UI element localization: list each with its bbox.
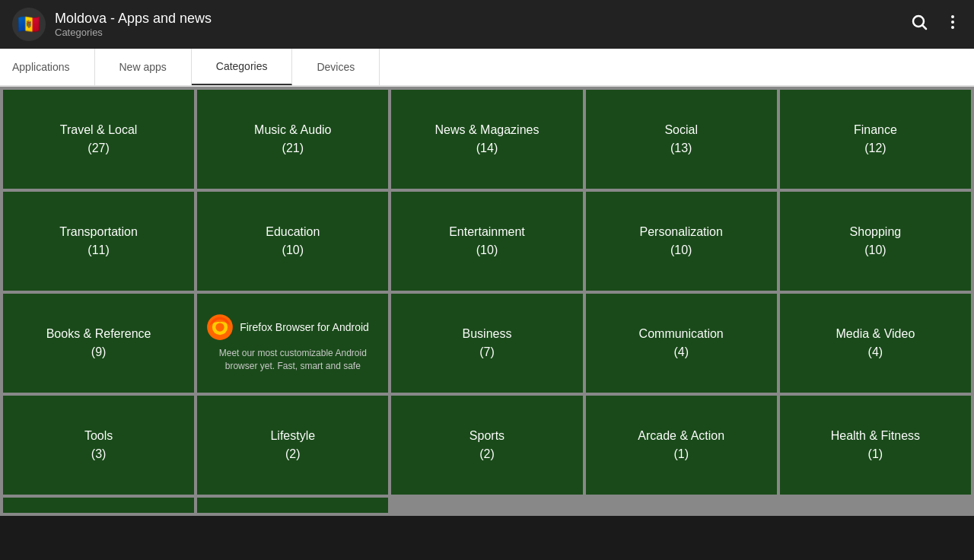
category-health-fitness[interactable]: Health & Fitness (1) [780,396,971,495]
tab-applications[interactable]: Applications [0,49,95,85]
partial-bottom-row [0,498,974,516]
tab-categories[interactable]: Categories [192,49,293,85]
partial-cell-1 [3,498,194,513]
category-books-reference[interactable]: Books & Reference (9) [3,294,194,393]
category-travel-local[interactable]: Travel & Local (27) [3,90,194,189]
app-subtitle: Categories [55,27,212,38]
category-education[interactable]: Education (10) [197,192,388,291]
firefox-logo [206,313,234,341]
partial-cell-4 [586,498,777,513]
svg-point-3 [951,21,954,24]
svg-point-7 [216,323,224,332]
category-lifestyle[interactable]: Lifestyle (2) [197,396,388,495]
flag-icon: 🇲🇩 [18,14,40,35]
app-title: Moldova - Apps and news [55,11,212,27]
search-icon[interactable] [910,13,928,36]
category-transportation[interactable]: Transportation (11) [3,192,194,291]
partial-cell-3 [391,498,582,513]
category-finance[interactable]: Finance (12) [780,90,971,189]
category-communication[interactable]: Communication (4) [586,294,777,393]
ad-header: Firefox Browser for Android [206,313,379,341]
nav-tabs: Applications New apps Categories Devices [0,49,974,87]
category-arcade-action[interactable]: Arcade & Action (1) [586,396,777,495]
partial-cell-5 [780,498,971,513]
partial-cell-2 [197,498,388,513]
more-menu-icon[interactable] [944,13,962,36]
category-personalization[interactable]: Personalization (10) [586,192,777,291]
category-social[interactable]: Social (13) [586,90,777,189]
header-titles: Moldova - Apps and news Categories [55,11,212,38]
tab-devices[interactable]: Devices [292,49,380,85]
ad-description: Meet our most customizable Android brows… [206,347,379,373]
category-music-audio[interactable]: Music & Audio (21) [197,90,388,189]
header-left: 🇲🇩 Moldova - Apps and news Categories [12,8,212,41]
category-news-magazines[interactable]: News & Magazines (14) [391,90,582,189]
category-sports[interactable]: Sports (2) [391,396,582,495]
ad-cell-firefox[interactable]: Firefox Browser for Android Meet our mos… [197,294,388,393]
ad-title: Firefox Browser for Android [240,321,369,333]
svg-point-2 [951,15,954,18]
category-shopping[interactable]: Shopping (10) [780,192,971,291]
category-entertainment[interactable]: Entertainment (10) [391,192,582,291]
app-header: 🇲🇩 Moldova - Apps and news Categories [0,0,974,49]
category-tools[interactable]: Tools (3) [3,396,194,495]
app-logo: 🇲🇩 [12,8,46,41]
category-media-video[interactable]: Media & Video (4) [780,294,971,393]
tab-new-apps[interactable]: New apps [95,49,192,85]
category-business[interactable]: Business (7) [391,294,582,393]
svg-point-4 [951,26,954,29]
categories-grid: Travel & Local (27) Music & Audio (21) N… [0,87,974,498]
svg-line-1 [923,26,926,29]
header-right [910,13,962,36]
